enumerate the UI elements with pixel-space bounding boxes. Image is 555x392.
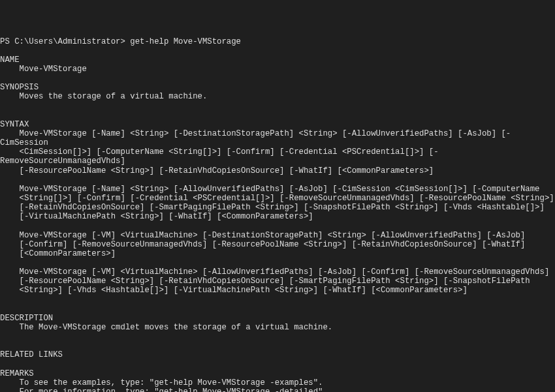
section-header-related-links: RELATED LINKS xyxy=(0,350,63,359)
syntax-line: [-ResourcePoolName <String>] [-RetainVhd… xyxy=(0,166,434,175)
terminal-output[interactable]: PS C:\Users\Administrator> get-help Move… xyxy=(0,37,555,392)
name-value: Move-VMStorage xyxy=(0,65,87,74)
syntax-line: Move-VMStorage [-VM] <VirtualMachine> [-… xyxy=(0,231,525,240)
syntax-line: [<CommonParameters>] xyxy=(0,249,116,258)
description-value: The Move-VMStorage cmdlet moves the stor… xyxy=(0,323,332,332)
remarks-line: For more information, type: "get-help Mo… xyxy=(0,387,328,392)
ps-prompt: PS C:\Users\Administrator> xyxy=(0,37,130,46)
command-text: get-help Move-VMStorage xyxy=(130,37,241,46)
syntax-line: Move-VMStorage [-Name] <String> [-AllowU… xyxy=(0,185,540,194)
syntax-line: <String>] [-Vhds <Hashtable[]>] [-Virtua… xyxy=(0,286,468,295)
syntax-line: <String[]>] [-Confirm] [-Credential <PSC… xyxy=(0,194,554,203)
syntax-line: [-Confirm] [-RemoveSourceUnmanagedVhds] … xyxy=(0,240,525,249)
remarks-line: To see the examples, type: "get-help Mov… xyxy=(0,378,323,387)
syntax-line: [-VirtualMachinePath <String>] [-WhatIf]… xyxy=(0,212,313,221)
synopsis-value: Moves the storage of a virtual machine. xyxy=(0,92,207,101)
syntax-line: <CimSession[]>] [-ComputerName <String[]… xyxy=(0,147,439,166)
syntax-line: Move-VMStorage [-Name] <String> [-Destin… xyxy=(0,129,511,147)
syntax-line: Move-VMStorage [-VM] <VirtualMachine> [-… xyxy=(0,267,549,277)
syntax-line: [-ResourcePoolName <String>] [-RetainVhd… xyxy=(0,277,530,286)
section-header-syntax: SYNTAX xyxy=(0,120,29,129)
section-header-name: NAME xyxy=(0,55,20,65)
syntax-line: [-RetainVhdCopiesOnSource] [-SmartPaging… xyxy=(0,203,545,212)
section-header-description: DESCRIPTION xyxy=(0,314,53,323)
section-header-remarks: REMARKS xyxy=(0,369,34,378)
section-header-synopsis: SYNOPSIS xyxy=(0,83,39,92)
